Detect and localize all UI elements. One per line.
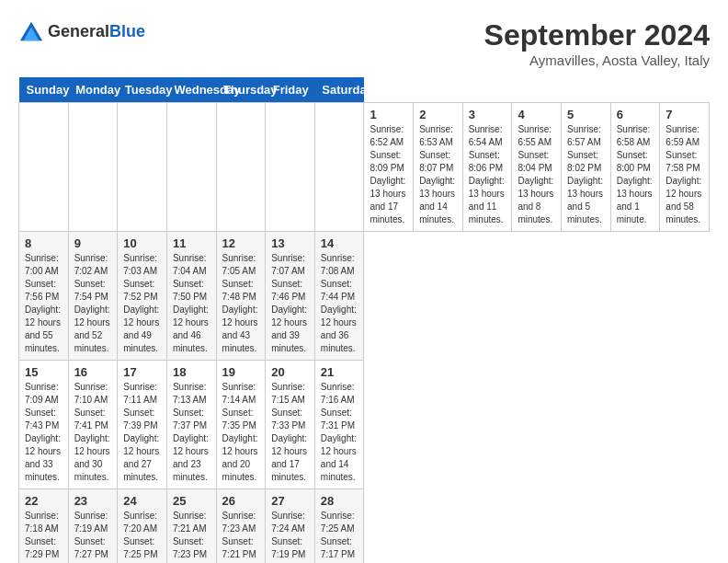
logo-icon xyxy=(18,18,44,44)
empty-cell xyxy=(118,103,167,232)
day-cell-17: 17 Sunrise: 7:11 AM Sunset: 7:39 PM Dayl… xyxy=(118,361,167,489)
week-row-4: 22 Sunrise: 7:18 AM Sunset: 7:29 PM Dayl… xyxy=(19,489,710,564)
weekday-header-row: SundayMondayTuesdayWednesdayThursdayFrid… xyxy=(19,77,710,103)
day-cell-24: 24 Sunrise: 7:20 AM Sunset: 7:25 PM Dayl… xyxy=(118,489,167,564)
day-info: Sunrise: 7:02 AM Sunset: 7:54 PM Dayligh… xyxy=(74,252,112,355)
day-number: 21 xyxy=(321,365,358,379)
day-info: Sunrise: 6:57 AM Sunset: 8:02 PM Dayligh… xyxy=(567,123,605,226)
day-cell-23: 23 Sunrise: 7:19 AM Sunset: 7:27 PM Dayl… xyxy=(68,489,118,564)
calendar-table: SundayMondayTuesdayWednesdayThursdayFrid… xyxy=(18,77,710,563)
day-info: Sunrise: 6:52 AM Sunset: 8:09 PM Dayligh… xyxy=(370,123,407,226)
day-number: 26 xyxy=(222,494,260,508)
weekday-header-sunday: Sunday xyxy=(19,77,69,103)
day-number: 6 xyxy=(617,108,654,121)
day-cell-5: 5 Sunrise: 6:57 AM Sunset: 8:02 PM Dayli… xyxy=(562,103,611,232)
day-number: 22 xyxy=(25,494,63,508)
empty-cell xyxy=(266,103,315,232)
day-info: Sunrise: 7:21 AM Sunset: 7:23 PM Dayligh… xyxy=(173,510,210,563)
day-info: Sunrise: 7:25 AM Sunset: 7:17 PM Dayligh… xyxy=(321,510,358,563)
weekday-header-monday: Monday xyxy=(68,77,118,103)
day-info: Sunrise: 7:13 AM Sunset: 7:37 PM Dayligh… xyxy=(173,381,210,484)
day-cell-12: 12 Sunrise: 7:05 AM Sunset: 7:48 PM Dayl… xyxy=(216,232,266,361)
weekday-header-tuesday: Tuesday xyxy=(118,77,167,103)
day-number: 11 xyxy=(173,236,210,250)
logo: GeneralBlue xyxy=(18,18,145,44)
day-cell-2: 2 Sunrise: 6:53 AM Sunset: 8:07 PM Dayli… xyxy=(414,103,463,232)
day-info: Sunrise: 7:08 AM Sunset: 7:44 PM Dayligh… xyxy=(321,252,358,355)
day-number: 2 xyxy=(419,108,457,121)
day-info: Sunrise: 7:20 AM Sunset: 7:25 PM Dayligh… xyxy=(123,510,161,563)
day-number: 16 xyxy=(74,365,112,379)
day-number: 23 xyxy=(74,494,112,508)
day-number: 18 xyxy=(173,365,210,379)
day-info: Sunrise: 6:59 AM Sunset: 7:58 PM Dayligh… xyxy=(665,123,703,226)
day-cell-16: 16 Sunrise: 7:10 AM Sunset: 7:41 PM Dayl… xyxy=(68,361,118,489)
day-cell-7: 7 Sunrise: 6:59 AM Sunset: 7:58 PM Dayli… xyxy=(660,103,710,232)
day-cell-10: 10 Sunrise: 7:03 AM Sunset: 7:52 PM Dayl… xyxy=(118,232,167,361)
day-number: 8 xyxy=(25,236,63,250)
day-info: Sunrise: 7:23 AM Sunset: 7:21 PM Dayligh… xyxy=(222,510,260,563)
day-number: 1 xyxy=(370,108,407,121)
day-cell-1: 1 Sunrise: 6:52 AM Sunset: 8:09 PM Dayli… xyxy=(364,103,414,232)
header: GeneralBlue September 2024 Aymavilles, A… xyxy=(18,18,710,68)
empty-cell xyxy=(19,103,69,232)
day-number: 28 xyxy=(321,494,358,508)
weekday-header-thursday: Thursday xyxy=(216,77,266,103)
day-number: 5 xyxy=(567,108,605,121)
day-info: Sunrise: 7:10 AM Sunset: 7:41 PM Dayligh… xyxy=(74,381,112,484)
day-info: Sunrise: 7:18 AM Sunset: 7:29 PM Dayligh… xyxy=(25,510,63,563)
day-number: 25 xyxy=(173,494,210,508)
day-cell-15: 15 Sunrise: 7:09 AM Sunset: 7:43 PM Dayl… xyxy=(19,361,69,489)
day-info: Sunrise: 7:16 AM Sunset: 7:31 PM Dayligh… xyxy=(321,381,358,484)
empty-cell xyxy=(216,103,266,232)
day-cell-18: 18 Sunrise: 7:13 AM Sunset: 7:37 PM Dayl… xyxy=(166,361,216,489)
day-info: Sunrise: 7:15 AM Sunset: 7:33 PM Dayligh… xyxy=(271,381,309,484)
week-row-3: 15 Sunrise: 7:09 AM Sunset: 7:43 PM Dayl… xyxy=(19,361,710,489)
day-info: Sunrise: 7:11 AM Sunset: 7:39 PM Dayligh… xyxy=(123,381,161,484)
day-info: Sunrise: 7:05 AM Sunset: 7:48 PM Dayligh… xyxy=(222,252,260,355)
day-cell-28: 28 Sunrise: 7:25 AM Sunset: 7:17 PM Dayl… xyxy=(314,489,364,564)
day-cell-11: 11 Sunrise: 7:04 AM Sunset: 7:50 PM Dayl… xyxy=(166,232,216,361)
day-number: 19 xyxy=(222,365,260,379)
day-number: 10 xyxy=(123,236,161,250)
day-info: Sunrise: 7:04 AM Sunset: 7:50 PM Dayligh… xyxy=(173,252,210,355)
day-cell-3: 3 Sunrise: 6:54 AM Sunset: 8:06 PM Dayli… xyxy=(462,103,512,232)
day-number: 7 xyxy=(665,108,703,121)
day-info: Sunrise: 7:03 AM Sunset: 7:52 PM Dayligh… xyxy=(123,252,161,355)
day-number: 12 xyxy=(222,236,260,250)
day-cell-19: 19 Sunrise: 7:14 AM Sunset: 7:35 PM Dayl… xyxy=(216,361,266,489)
day-number: 15 xyxy=(25,365,63,379)
day-info: Sunrise: 7:14 AM Sunset: 7:35 PM Dayligh… xyxy=(222,381,260,484)
day-cell-26: 26 Sunrise: 7:23 AM Sunset: 7:21 PM Dayl… xyxy=(216,489,266,564)
day-number: 17 xyxy=(123,365,161,379)
day-cell-25: 25 Sunrise: 7:21 AM Sunset: 7:23 PM Dayl… xyxy=(166,489,216,564)
day-info: Sunrise: 7:24 AM Sunset: 7:19 PM Dayligh… xyxy=(271,510,309,563)
day-cell-14: 14 Sunrise: 7:08 AM Sunset: 7:44 PM Dayl… xyxy=(314,232,364,361)
day-number: 14 xyxy=(321,236,358,250)
weekday-header-saturday: Saturday xyxy=(314,77,364,103)
logo-general: General xyxy=(48,22,109,40)
day-number: 4 xyxy=(518,108,555,121)
day-cell-27: 27 Sunrise: 7:24 AM Sunset: 7:19 PM Dayl… xyxy=(266,489,315,564)
day-info: Sunrise: 7:07 AM Sunset: 7:46 PM Dayligh… xyxy=(271,252,309,355)
day-info: Sunrise: 6:58 AM Sunset: 8:00 PM Dayligh… xyxy=(617,123,654,226)
day-cell-8: 8 Sunrise: 7:00 AM Sunset: 7:56 PM Dayli… xyxy=(19,232,69,361)
day-cell-13: 13 Sunrise: 7:07 AM Sunset: 7:46 PM Dayl… xyxy=(266,232,315,361)
day-info: Sunrise: 6:55 AM Sunset: 8:04 PM Dayligh… xyxy=(518,123,555,226)
day-cell-6: 6 Sunrise: 6:58 AM Sunset: 8:00 PM Dayli… xyxy=(610,103,660,232)
calendar-title: September 2024 xyxy=(484,18,710,52)
day-cell-21: 21 Sunrise: 7:16 AM Sunset: 7:31 PM Dayl… xyxy=(314,361,364,489)
calendar-subtitle: Aymavilles, Aosta Valley, Italy xyxy=(484,52,710,68)
day-number: 20 xyxy=(271,365,309,379)
logo-blue: Blue xyxy=(109,22,145,40)
week-row-1: 1 Sunrise: 6:52 AM Sunset: 8:09 PM Dayli… xyxy=(19,103,710,232)
week-row-2: 8 Sunrise: 7:00 AM Sunset: 7:56 PM Dayli… xyxy=(19,232,710,361)
day-number: 24 xyxy=(123,494,161,508)
empty-cell xyxy=(314,103,364,232)
day-info: Sunrise: 6:53 AM Sunset: 8:07 PM Dayligh… xyxy=(419,123,457,226)
day-cell-20: 20 Sunrise: 7:15 AM Sunset: 7:33 PM Dayl… xyxy=(266,361,315,489)
day-number: 9 xyxy=(74,236,112,250)
day-info: Sunrise: 7:00 AM Sunset: 7:56 PM Dayligh… xyxy=(25,252,63,355)
empty-cell xyxy=(166,103,216,232)
day-info: Sunrise: 7:19 AM Sunset: 7:27 PM Dayligh… xyxy=(74,510,112,563)
